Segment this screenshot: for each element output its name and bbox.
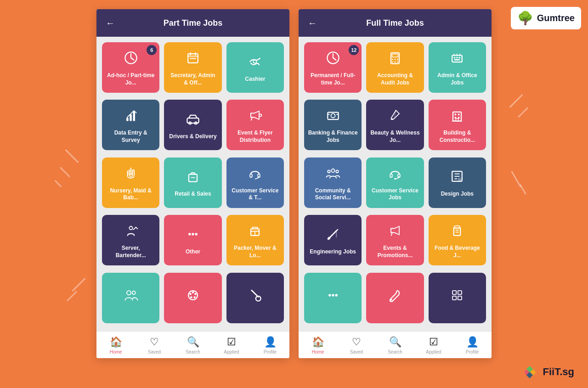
job-card-8[interactable]: Design Jobs [429,157,486,208]
job-card-label-10: Events & Promotions... [370,245,420,259]
grid-icon [449,287,465,306]
dots-icon [185,226,201,245]
svg-point-28 [129,226,132,230]
job-card-10[interactable]: Events & Promotions... [366,215,424,265]
job-card-12[interactable] [102,273,159,323]
svg-point-49 [392,59,393,60]
part-time-nav-search[interactable]: 🔍 Search [181,336,204,354]
heart-icon: ♡ [150,336,159,348]
svg-point-77 [328,170,330,172]
job-card-9[interactable]: Server, Bartender... [102,215,159,265]
job-card-wrapper [226,273,284,326]
job-card-label-0: Ad-hoc / Part-time Jo... [106,72,156,86]
job-card-label-3: Data Entry & Survey [106,129,156,144]
part-time-title: Part Time Jobs [122,18,264,28]
job-card-5[interactable]: Building & Constructio... [429,100,486,150]
job-card-label-11: Food & Beverage J... [432,245,482,259]
svg-point-42 [190,296,192,298]
svg-rect-61 [459,57,461,58]
job-card-3[interactable]: Banking & Finance Jobs [304,100,362,150]
server-icon [123,222,139,241]
job-card-11[interactable]: Food & Beverage J... [429,215,486,265]
job-card-2[interactable]: Admin & Office Jobs [429,42,486,93]
job-card-6[interactable]: Community & Social Servi... [304,157,362,208]
job-card-wrapper: Permanent / Full-time Jo...12 [304,42,362,95]
full-time-nav-search[interactable]: 🔍 Search [384,336,407,354]
job-card-6[interactable]: Nursery, Maid & Bab... [102,157,159,208]
full-time-nav-applied[interactable]: ☑ Applied [422,336,445,354]
handshake-icon [247,53,263,72]
job-card-label-6: Nursery, Maid & Bab... [106,187,156,202]
part-time-nav-profile[interactable]: 👤 Profile [259,336,282,354]
job-card-4[interactable]: Beauty & Wellness Jo... [366,100,424,150]
svg-point-22 [259,114,261,117]
job-card-wrapper [102,273,159,326]
job-card-1[interactable]: Accounting & Audit Jobs [366,42,424,93]
job-card-4[interactable]: Drivers & Delivery [164,100,221,150]
money-icon [325,107,341,126]
job-card-14[interactable] [429,273,486,323]
fiit-brand: FiiT.sg [543,366,574,378]
svg-rect-62 [454,59,460,61]
full-time-back-button[interactable]: ← [308,18,317,28]
wrench-icon [387,287,403,306]
job-card-wrapper: Food & Beverage J... [429,215,486,268]
job-card-7[interactable]: Customer Service Jobs [366,157,424,208]
full-time-nav-home[interactable]: 🏠 Home [306,336,329,354]
job-card-wrapper [366,273,424,326]
job-card-label-9: Server, Bartender... [106,245,156,259]
job-card-14[interactable] [226,273,284,323]
svg-point-23 [130,174,132,176]
headset2-icon [387,165,403,184]
job-card-wrapper [164,273,221,326]
job-card-wrapper: Cashier [226,42,284,95]
job-card-11[interactable]: Packer, Mover & Lo... [226,215,284,265]
job-card-7[interactable]: Retail & Sales [164,157,221,208]
megaphone2-icon [387,222,403,241]
job-card-13[interactable] [366,273,424,323]
job-card-3[interactable]: Data Entry & Survey [102,100,159,150]
svg-rect-71 [458,114,460,116]
job-card-13[interactable] [164,273,221,323]
palette-icon [185,287,201,306]
part-time-header: ← Part Time Jobs [96,9,289,37]
part-time-back-button[interactable]: ← [106,18,115,28]
svg-point-31 [195,233,197,235]
full-time-nav-profile[interactable]: 👤 Profile [461,336,484,354]
job-card-12[interactable] [304,273,362,323]
fiit-logo: FiiT.sg [525,365,574,379]
part-time-nav-saved[interactable]: ♡ Saved [143,336,166,354]
svg-point-50 [395,59,396,60]
part-time-nav-home[interactable]: 🏠 Home [104,336,127,354]
svg-point-81 [394,178,396,180]
job-card-9[interactable]: Engineering Jobs [304,215,362,265]
svg-line-6 [131,58,134,60]
svg-rect-69 [453,112,461,121]
full-time-bottom-nav: 🏠 Home ♡ Saved 🔍 Search ☑ Applied 👤 Prof… [299,331,492,358]
job-card-label-4: Beauty & Wellness Jo... [370,129,420,144]
part-time-bottom-nav: 🏠 Home ♡ Saved 🔍 Search ☑ Applied 👤 Prof… [96,331,289,358]
svg-point-36 [132,291,135,294]
job-card-wrapper: Community & Social Servi... [304,157,362,210]
job-card-1[interactable]: Secretary, Admin & Off... [164,42,221,93]
full-time-screen: ← Full Time Jobs Permanent / Full-time J… [299,9,492,358]
svg-line-46 [333,58,336,60]
job-card-10[interactable]: Other [164,215,221,265]
svg-point-78 [336,170,338,172]
gumtree-logo: 🌳 Gumtree [511,7,581,29]
job-card-wrapper: Events & Promotions... [366,215,424,268]
job-card-wrapper: Nursery, Maid & Bab... [102,157,159,210]
svg-point-64 [331,114,335,118]
gumtree-brand: Gumtree [537,13,575,23]
job-card-5[interactable]: Event & Flyer Distribution [226,100,284,150]
job-card-label-11: Packer, Mover & Lo... [230,245,280,259]
svg-rect-48 [392,54,398,57]
job-card-wrapper: Server, Bartender... [102,215,159,268]
job-card-2[interactable]: Cashier [226,42,284,93]
people-icon [123,287,139,306]
svg-rect-101 [458,296,462,300]
job-card-label-8: Design Jobs [441,191,474,198]
full-time-nav-saved[interactable]: ♡ Saved [345,336,368,354]
job-card-8[interactable]: Customer Service & T... [226,157,284,208]
part-time-nav-applied[interactable]: ☑ Applied [220,336,243,354]
